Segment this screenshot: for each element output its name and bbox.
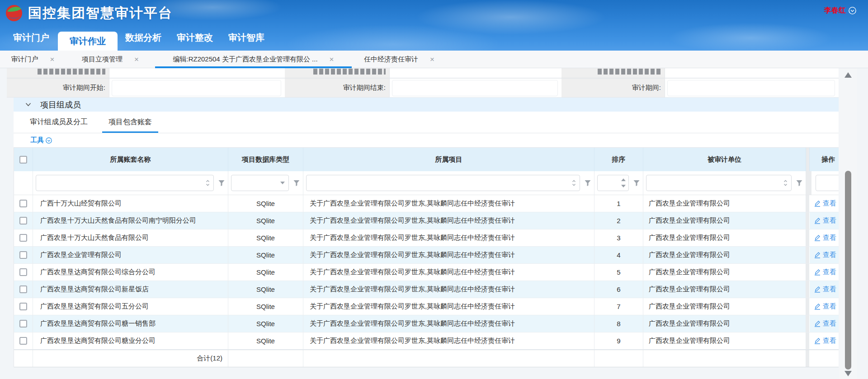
- document-tab-label: 任中经济责任审计: [364, 55, 418, 64]
- filter-funnel-icon[interactable]: [293, 179, 300, 187]
- row-checkbox[interactable]: [19, 285, 27, 293]
- edit-pencil-icon[interactable]: [814, 286, 821, 293]
- table-row[interactable]: 广西农垦垦达商贸有限公司五分公司 SQlite 关于广西农垦企业管理有限公司罗世…: [14, 298, 839, 315]
- view-link[interactable]: 查看: [814, 302, 836, 311]
- tab-close-icon[interactable]: ×: [330, 56, 334, 63]
- cell-db-type: SQlite: [228, 195, 303, 212]
- table-row[interactable]: 广西十万大山经贸有限公司 SQlite 关于广西农垦企业管理有限公司罗世东,莫咏…: [14, 195, 839, 212]
- row-checkbox[interactable]: [19, 268, 27, 276]
- nav-item[interactable]: 审计门户: [13, 32, 49, 44]
- actions-filter-input[interactable]: [816, 175, 839, 191]
- audit-period-end-input[interactable]: [392, 80, 558, 96]
- view-link[interactable]: 查看: [814, 216, 836, 225]
- panel-tab[interactable]: 审计组成员及分工: [30, 112, 88, 133]
- cell-audited-unit: 广西农垦企业管理有限公司: [643, 247, 806, 263]
- account-name-filter-combobox[interactable]: [36, 175, 214, 191]
- edit-pencil-icon[interactable]: [814, 337, 821, 344]
- tab-close-icon[interactable]: ×: [134, 56, 139, 63]
- audit-period-input[interactable]: [667, 80, 835, 96]
- cell-account-name: 广西农垦垦达商贸有限公司五分公司: [33, 298, 228, 315]
- cell-order: 1: [594, 195, 643, 212]
- combobox-caret-icon[interactable]: [783, 179, 788, 187]
- edit-pencil-icon[interactable]: [814, 234, 821, 241]
- filter-funnel-icon[interactable]: [796, 179, 803, 187]
- cell-order: 5: [594, 264, 643, 281]
- combobox-caret-icon[interactable]: [572, 179, 576, 187]
- document-tab[interactable]: 项目立项管理 ×: [66, 51, 155, 68]
- view-link[interactable]: 查看: [814, 319, 836, 328]
- table-row[interactable]: 广西农垦十万大山天然食品有限公司 SQlite 关于广西农垦企业管理有限公司罗世…: [14, 229, 839, 247]
- view-link[interactable]: 查看: [814, 268, 836, 276]
- tools-menu-label[interactable]: 工具: [30, 136, 44, 145]
- user-chevron-down-icon[interactable]: [849, 7, 856, 14]
- cell-order: 4: [594, 247, 643, 263]
- tools-menu[interactable]: 工具: [14, 133, 839, 147]
- edit-pencil-icon[interactable]: [814, 269, 821, 276]
- cell-audited-unit: 广西农垦企业管理有限公司: [643, 298, 806, 315]
- edit-pencil-icon[interactable]: [814, 303, 821, 310]
- row-checkbox[interactable]: [19, 251, 27, 259]
- collapse-chevron-icon[interactable]: [25, 103, 31, 107]
- panel-tab[interactable]: 项目包含账套: [108, 112, 152, 133]
- tab-close-icon[interactable]: ×: [50, 56, 55, 63]
- row-checkbox[interactable]: [19, 303, 27, 310]
- select-all-checkbox[interactable]: [19, 156, 27, 164]
- table-row[interactable]: 广西农垦垦达商贸有限公司糖业分公司 SQlite 关于广西农垦企业管理有限公司罗…: [14, 332, 839, 350]
- row-checkbox[interactable]: [19, 234, 27, 242]
- view-link[interactable]: 查看: [814, 285, 836, 294]
- table-row[interactable]: 广西农垦垦达商贸有限公司综合分公司 SQlite 关于广西农垦企业管理有限公司罗…: [14, 264, 839, 281]
- combobox-caret-icon[interactable]: [206, 179, 210, 187]
- document-tab[interactable]: 编辑:RZ202504 关于广西农垦企业管理有限公 ... ×: [155, 51, 352, 68]
- db-type-filter-select[interactable]: [231, 175, 289, 191]
- nav-item[interactable]: 审计智库: [228, 32, 264, 44]
- tools-chevron-down-icon[interactable]: [46, 137, 52, 144]
- edit-pencil-icon[interactable]: [814, 320, 821, 327]
- tab-close-icon[interactable]: ×: [430, 56, 434, 63]
- table-row[interactable]: 广西农垦企业管理有限公司 SQlite 关于广西农垦企业管理有限公司罗世东,莫咏…: [14, 247, 839, 264]
- view-link[interactable]: 查看: [814, 251, 836, 259]
- audited-unit-filter-combobox[interactable]: [646, 175, 792, 191]
- view-link[interactable]: 查看: [814, 337, 836, 345]
- col-header-actions: 操作: [810, 148, 839, 171]
- view-link[interactable]: 查看: [814, 234, 836, 242]
- user-name[interactable]: 李春红: [824, 6, 846, 15]
- view-link[interactable]: 查看: [814, 199, 836, 208]
- filter-funnel-icon[interactable]: [218, 179, 225, 187]
- user-menu[interactable]: 李春红: [824, 6, 856, 15]
- audit-period-start-label: 审计期间开始:: [7, 78, 109, 98]
- scrollbar-thumb[interactable]: [845, 171, 851, 370]
- audit-period-start-input[interactable]: [112, 80, 281, 96]
- project-members-panel: 审计组成员及分工 项目包含账套 工具 所属账套名称 项目数据库类型 所属项目: [14, 112, 839, 367]
- filter-funnel-icon[interactable]: [584, 179, 591, 187]
- document-tab[interactable]: 审计门户 ×: [0, 51, 66, 68]
- table-row[interactable]: 广西农垦十万大山天然食品有限公司南宁明阳分公司 SQlite 关于广西农垦企业管…: [14, 212, 839, 229]
- cell-audited-unit: 广西农垦企业管理有限公司: [643, 264, 806, 281]
- document-tab-label: 编辑:RZ202504 关于广西农垦企业管理有限公 ...: [173, 55, 318, 64]
- audit-period-end-label: 审计期间结束:: [285, 78, 390, 98]
- col-header-project: 所属项目: [303, 148, 594, 171]
- scroll-up-icon[interactable]: [844, 72, 852, 78]
- cell-order: 6: [594, 281, 643, 298]
- edit-pencil-icon[interactable]: [814, 217, 821, 224]
- scroll-down-icon[interactable]: [844, 371, 852, 376]
- row-checkbox[interactable]: [19, 320, 27, 328]
- spinner-arrows-icon[interactable]: [621, 178, 626, 188]
- order-filter-spinner[interactable]: [597, 175, 629, 191]
- table-row[interactable]: 广西农垦垦达商贸有限公司糖一销售部 SQlite 关于广西农垦企业管理有限公司罗…: [14, 315, 839, 332]
- vertical-scrollbar[interactable]: [839, 68, 857, 379]
- row-checkbox[interactable]: [19, 337, 27, 345]
- nav-item[interactable]: 数据分析: [125, 32, 161, 44]
- filter-funnel-icon[interactable]: [633, 179, 640, 187]
- nav-item[interactable]: 审计整改: [177, 32, 213, 44]
- row-checkbox[interactable]: [19, 200, 27, 207]
- project-members-section-header[interactable]: 项目组成员: [14, 98, 839, 112]
- document-tab[interactable]: 任中经济责任审计 ×: [352, 51, 447, 68]
- nav-item[interactable]: 审计作业: [58, 32, 118, 51]
- table-row[interactable]: 广西农垦垦达商贸有限公司新星饭店 SQlite 关于广西农垦企业管理有限公司罗世…: [14, 281, 839, 298]
- row-checkbox[interactable]: [19, 217, 27, 225]
- project-filter-combobox[interactable]: [306, 175, 580, 191]
- edit-pencil-icon[interactable]: [814, 200, 821, 207]
- cell-account-name: 广西农垦十万大山天然食品有限公司南宁明阳分公司: [33, 212, 228, 229]
- edit-pencil-icon[interactable]: [814, 252, 821, 258]
- select-arrow-icon[interactable]: [280, 182, 285, 184]
